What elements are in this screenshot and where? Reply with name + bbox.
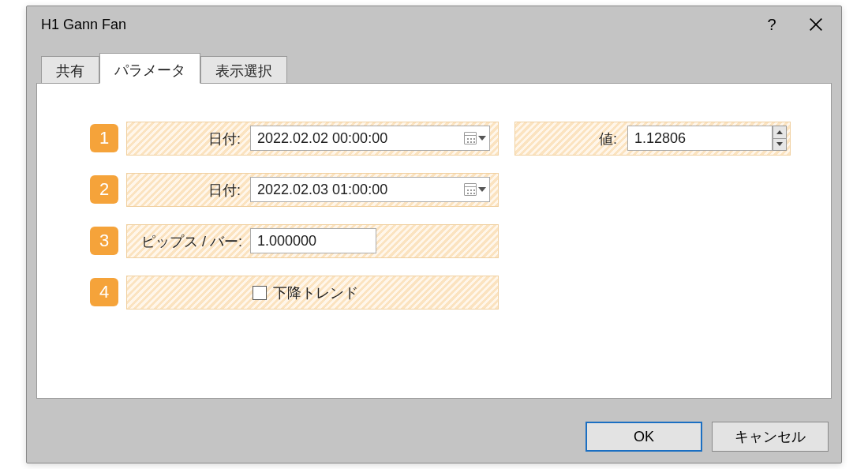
calendar-icon [464, 132, 477, 144]
badge-1: 1 [90, 124, 118, 152]
pips-per-bar-value: 1.000000 [257, 233, 316, 249]
value-spin-up[interactable] [773, 126, 787, 139]
date-input-1[interactable]: 2022.02.02 00:00:00 [250, 126, 490, 151]
chevron-down-icon [776, 142, 783, 146]
titlebar-buttons: ? [750, 6, 838, 43]
badge-2: 2 [90, 175, 118, 204]
ok-button[interactable]: OK [586, 422, 702, 452]
close-icon [809, 17, 823, 32]
chevron-down-icon [478, 187, 486, 192]
calendar-icon [464, 183, 477, 196]
label-date-2: 日付: [190, 181, 241, 200]
date-input-1-value: 2022.02.02 00:00:00 [257, 130, 387, 146]
dialog-window: H1 Gann Fan ? 共有 パラメータ 表示選択 1 日付: 2022.0… [26, 6, 842, 463]
downtrend-checkbox-wrap: 下降トレンド [253, 283, 358, 302]
tab-panel-parameters: 1 日付: 2022.02.02 00:00:00 値: 1.12806 2 日… [36, 83, 832, 399]
footer-buttons: OK キャンセル [586, 422, 829, 452]
date-input-2[interactable]: 2022.02.03 01:00:00 [250, 177, 490, 202]
downtrend-checkbox[interactable] [253, 286, 267, 300]
label-value: 値: [592, 129, 617, 148]
value-input-text: 1.12806 [634, 130, 686, 146]
date-picker-2-button[interactable] [464, 183, 486, 196]
help-button[interactable]: ? [750, 6, 794, 43]
window-title: H1 Gann Fan [41, 17, 126, 33]
chevron-up-icon [776, 130, 783, 134]
date-picker-1-button[interactable] [464, 132, 486, 144]
label-pips-per-bar: ピップス / バー: [132, 232, 242, 251]
downtrend-label: 下降トレンド [273, 283, 358, 302]
tab-display[interactable]: 表示選択 [200, 56, 287, 84]
content-area: 共有 パラメータ 表示選択 1 日付: 2022.02.02 00:00:00 … [36, 54, 832, 399]
pips-per-bar-input[interactable]: 1.000000 [250, 228, 376, 253]
value-spin-down[interactable] [773, 139, 787, 152]
badge-4: 4 [90, 278, 118, 306]
tabs-row: 共有 パラメータ 表示選択 [41, 54, 832, 84]
cancel-button[interactable]: キャンセル [712, 422, 829, 452]
tab-share[interactable]: 共有 [41, 56, 99, 84]
value-spinner [773, 126, 787, 151]
value-input[interactable]: 1.12806 [627, 126, 773, 151]
tab-parameters[interactable]: パラメータ [99, 53, 200, 84]
badge-3: 3 [90, 227, 118, 255]
titlebar: H1 Gann Fan ? [27, 6, 841, 43]
date-input-2-value: 2022.02.03 01:00:00 [257, 182, 387, 197]
label-date-1: 日付: [190, 129, 241, 148]
chevron-down-icon [478, 136, 486, 141]
close-button[interactable] [794, 6, 838, 43]
